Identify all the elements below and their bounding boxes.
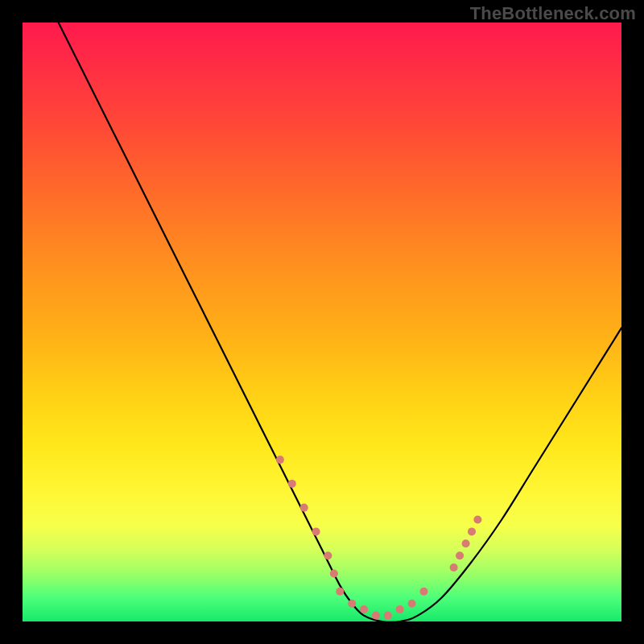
curve-markers xyxy=(276,456,482,620)
curve-marker xyxy=(336,588,344,596)
curve-marker xyxy=(420,588,428,596)
curve-marker xyxy=(456,551,464,559)
curve-marker xyxy=(300,504,308,512)
curve-marker xyxy=(312,527,320,535)
curve-marker xyxy=(360,605,368,613)
curve-marker xyxy=(462,539,470,547)
bottleneck-curve xyxy=(59,23,621,622)
curve-layer xyxy=(23,23,621,621)
curve-marker xyxy=(372,612,380,620)
curve-marker xyxy=(276,456,284,464)
curve-marker xyxy=(396,605,404,613)
plot-area xyxy=(23,23,621,621)
curve-marker xyxy=(468,527,476,535)
curve-marker xyxy=(384,612,392,620)
curve-marker xyxy=(473,516,481,524)
curve-marker xyxy=(324,551,332,559)
curve-marker xyxy=(288,480,296,488)
curve-marker xyxy=(330,570,338,578)
curve-marker xyxy=(450,564,458,572)
chart-frame: TheBottleneck.com xyxy=(0,0,644,644)
watermark-text: TheBottleneck.com xyxy=(470,3,636,24)
curve-marker xyxy=(348,600,356,608)
curve-marker xyxy=(408,600,416,608)
